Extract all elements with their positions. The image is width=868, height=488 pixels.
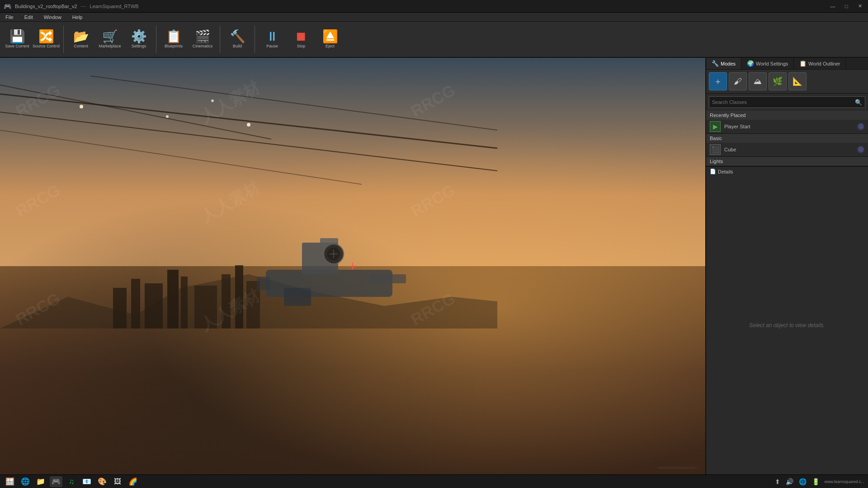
app-icon: 🎮 bbox=[4, 3, 11, 10]
app8-icon: 🌈 bbox=[128, 477, 137, 486]
close-button[interactable]: ✕ bbox=[854, 2, 866, 11]
blueprints-icon: 📋 bbox=[166, 30, 182, 43]
world-outliner-tab-label: World Outliner bbox=[808, 61, 840, 66]
stop-label: Stop bbox=[297, 44, 306, 48]
titlebar-right: — □ ✕ bbox=[826, 2, 868, 11]
landscape-icon: ⛰ bbox=[754, 77, 762, 86]
toolbar: 💾 Save Current 🔀 Source Control 📂 Conten… bbox=[0, 22, 868, 58]
tray-icon-3[interactable]: 🌐 bbox=[798, 478, 807, 485]
foliage-mode-btn[interactable]: 🌿 bbox=[769, 72, 787, 90]
cinematics-button[interactable]: 🎬 Cinematics bbox=[189, 23, 216, 55]
player-start-info-btn[interactable]: ⓘ bbox=[857, 123, 864, 130]
details-tab[interactable]: 📄 Details bbox=[706, 166, 868, 176]
cinematics-label: Cinematics bbox=[193, 44, 213, 48]
website-text: www.learnsquared.c... bbox=[824, 479, 864, 484]
pause-button[interactable]: ⏸ Pause bbox=[259, 23, 286, 55]
menu-edit[interactable]: Edit bbox=[23, 14, 35, 21]
pause-icon: ⏸ bbox=[266, 30, 278, 43]
content-button[interactable]: 📂 Content bbox=[67, 23, 94, 55]
unreal-button[interactable]: 🎮 bbox=[50, 476, 62, 487]
blueprints-button[interactable]: 📋 Blueprints bbox=[160, 23, 187, 55]
modes-icons-row: ＋ 🖌 ⛰ 🌿 📐 bbox=[706, 70, 868, 94]
geometry-icon: 📐 bbox=[793, 76, 802, 86]
cube-item[interactable]: ⬛ Cube ⓘ bbox=[706, 143, 868, 156]
viewport[interactable]: RRCG 人人素材 RRCG RRCG 人人素材 RRCG RRCG 人人素材 … bbox=[0, 58, 705, 474]
stop-icon: ⏹ bbox=[295, 30, 307, 43]
eject-label: Eject bbox=[326, 44, 335, 48]
search-icon: 🔍 bbox=[855, 99, 862, 106]
maximize-button[interactable]: □ bbox=[840, 2, 853, 11]
source-control-label: Source Control bbox=[33, 44, 60, 48]
tab-world-outliner[interactable]: 📋 World Outliner bbox=[794, 58, 846, 69]
cube-info-btn[interactable]: ⓘ bbox=[857, 146, 864, 153]
landscape-mode-btn[interactable]: ⛰ bbox=[749, 72, 767, 90]
basic-header[interactable]: Basic bbox=[706, 134, 868, 143]
foliage-icon: 🌿 bbox=[773, 76, 783, 86]
tab-world-settings[interactable]: 🌍 World Settings bbox=[741, 58, 794, 69]
settings-icon: ⚙️ bbox=[131, 30, 147, 43]
pause-label: Pause bbox=[266, 44, 278, 48]
details-label: Details bbox=[718, 169, 733, 174]
world-outliner-tab-icon: 📋 bbox=[799, 60, 807, 67]
photoshop-button[interactable]: 🖼 bbox=[111, 476, 124, 487]
panel-tabs: 🔧 Modes 🌍 World Settings 📋 World Outline… bbox=[706, 58, 868, 70]
browser-button[interactable]: 🌐 bbox=[19, 476, 32, 487]
eject-button[interactable]: ⏏️ Eject bbox=[316, 23, 344, 55]
search-classes-input[interactable] bbox=[712, 99, 855, 105]
menu-help[interactable]: Help bbox=[71, 14, 85, 21]
content-label: Content bbox=[74, 44, 88, 48]
tray-icon-1[interactable]: ⬆ bbox=[774, 478, 781, 485]
content-icon: 📂 bbox=[73, 30, 89, 43]
viewport-logo: www.learnsquared.c... bbox=[658, 465, 701, 470]
marketplace-label: Marketplace bbox=[99, 44, 121, 48]
minimize-button[interactable]: — bbox=[826, 2, 839, 11]
right-panel: 🔧 Modes 🌍 World Settings 📋 World Outline… bbox=[705, 58, 868, 474]
save-current-button[interactable]: 💾 Save Current bbox=[4, 23, 31, 55]
paint-icon: 🖌 bbox=[734, 77, 742, 86]
player-start-icon: ▶ bbox=[710, 121, 721, 132]
lights-section: Lights bbox=[706, 157, 868, 166]
marketplace-button[interactable]: 🛒 Marketplace bbox=[96, 23, 123, 55]
basic-section: Basic ⬛ Cube ⓘ bbox=[706, 134, 868, 157]
recently-placed-section: Recently Placed ▶ Player Start ⓘ bbox=[706, 111, 868, 134]
place-mode-btn[interactable]: ＋ bbox=[709, 72, 727, 90]
spotify-button[interactable]: ♫ bbox=[65, 476, 78, 487]
tray-icon-2[interactable]: 🔊 bbox=[785, 478, 794, 485]
settings-button[interactable]: ⚙️ Settings bbox=[125, 23, 152, 55]
unreal-icon: 🎮 bbox=[52, 477, 61, 486]
menu-window[interactable]: Window bbox=[42, 14, 63, 21]
title-sep: — bbox=[81, 3, 86, 9]
tray-icon-4[interactable]: 🔋 bbox=[811, 478, 821, 485]
source-control-button[interactable]: 🔀 Source Control bbox=[33, 23, 60, 55]
user-title: LearnSquared_RTWB bbox=[90, 4, 139, 9]
spotify-icon: ♫ bbox=[69, 478, 74, 486]
build-icon: 🔨 bbox=[230, 30, 245, 43]
geometry-mode-btn[interactable]: 📐 bbox=[788, 72, 807, 90]
modes-content: ＋ 🖌 ⛰ 🌿 📐 🔍 bbox=[706, 70, 868, 474]
build-button[interactable]: 🔨 Build bbox=[224, 23, 251, 55]
menu-bar: File Edit Window Help bbox=[0, 13, 868, 22]
paint-mode-btn[interactable]: 🖌 bbox=[729, 72, 747, 90]
toolbar-sep-2 bbox=[156, 26, 156, 53]
player-start-item[interactable]: ▶ Player Start ⓘ bbox=[706, 120, 868, 133]
mail-icon: 📧 bbox=[82, 477, 91, 486]
stop-button[interactable]: ⏹ Stop bbox=[288, 23, 315, 55]
app8-button[interactable]: 🌈 bbox=[127, 476, 139, 487]
eject-icon: ⏏️ bbox=[322, 30, 338, 43]
start-button[interactable]: 🪟 bbox=[4, 476, 16, 487]
save-current-label: Save Current bbox=[5, 44, 29, 48]
browser-icon: 🌐 bbox=[21, 477, 30, 486]
toolbar-sep-1 bbox=[63, 26, 64, 53]
cube-label: Cube bbox=[724, 147, 854, 152]
details-content: Select an object to view details. bbox=[706, 176, 868, 474]
file-explorer-button[interactable]: 📁 bbox=[34, 476, 47, 487]
menu-file[interactable]: File bbox=[4, 14, 15, 21]
photoshop-icon: 🖼 bbox=[114, 478, 121, 486]
lights-header[interactable]: Lights bbox=[706, 157, 868, 166]
tab-modes[interactable]: 🔧 Modes bbox=[706, 58, 741, 69]
taskbar: 🪟 🌐 📁 🎮 ♫ 📧 🎨 🖼 🌈 ⬆ 🔊 🌐 🔋 www.learnsquar… bbox=[0, 474, 868, 488]
ps-alt-button[interactable]: 🎨 bbox=[96, 476, 108, 487]
mail-button[interactable]: 📧 bbox=[80, 476, 93, 487]
viewport-canvas: RRCG 人人素材 RRCG RRCG 人人素材 RRCG RRCG 人人素材 … bbox=[0, 58, 705, 474]
recently-placed-header[interactable]: Recently Placed bbox=[706, 111, 868, 120]
